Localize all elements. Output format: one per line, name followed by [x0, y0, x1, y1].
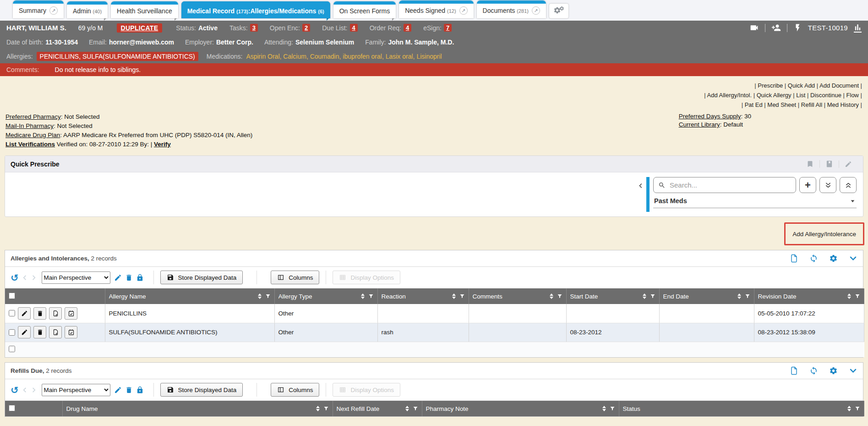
medication-link-calcium[interactable]: Calcium: [283, 53, 306, 60]
row-checkbox[interactable]: [9, 329, 15, 336]
sort-icon[interactable]: [258, 293, 262, 299]
sort-icon[interactable]: [550, 293, 553, 299]
reset-perspective-icon[interactable]: ↺: [11, 385, 19, 395]
edit-row-button[interactable]: [18, 326, 31, 338]
tab-admin[interactable]: Admin (40): [67, 1, 108, 18]
sort-icon[interactable]: [405, 406, 409, 411]
delete-perspective-trash-icon[interactable]: [125, 386, 133, 394]
count-badge[interactable]: 2: [302, 24, 310, 32]
bar-chart-icon[interactable]: [854, 23, 862, 33]
chevron-left-icon[interactable]: [22, 274, 28, 281]
link-quick-add[interactable]: Quick Add: [788, 82, 815, 89]
reset-perspective-icon[interactable]: ↺: [11, 273, 19, 282]
edit-perspective-pencil-icon[interactable]: [114, 386, 122, 394]
chevron-left-icon[interactable]: [22, 387, 28, 393]
link-refill-all[interactable]: Refill All: [801, 101, 822, 108]
add-allergy-intolerance-link[interactable]: Add Allergy/Intolerance: [792, 231, 856, 238]
count-badge[interactable]: 7: [444, 24, 452, 32]
schedule-button[interactable]: [65, 307, 77, 320]
chevron-down-icon[interactable]: [849, 366, 857, 375]
medication-link-aspirin-oral[interactable]: Aspirin Oral: [246, 53, 279, 60]
filter-funnel-icon[interactable]: [855, 293, 860, 299]
filter-funnel-icon[interactable]: [650, 293, 655, 299]
delete-perspective-trash-icon[interactable]: [125, 274, 133, 282]
filter-funnel-icon[interactable]: [413, 406, 418, 411]
link-list-verifications[interactable]: List Verifications: [5, 141, 55, 148]
edit-row-button[interactable]: [18, 307, 31, 320]
delete-row-button[interactable]: [33, 326, 46, 338]
tab-health-surveillance[interactable]: Health Surveillance: [111, 1, 178, 18]
link-preferred-days-supply[interactable]: Preferred Days Supply: [679, 113, 741, 120]
pencil-icon[interactable]: [839, 160, 857, 168]
medication-link-coumadin[interactable]: Coumadin: [310, 53, 339, 60]
lock-perspective-icon[interactable]: [136, 386, 144, 394]
past-meds-dropdown[interactable]: Past Meds: [653, 197, 857, 208]
chevron-right-icon[interactable]: [30, 387, 37, 393]
medication-link-lisinopril[interactable]: Lisinopril: [416, 53, 442, 60]
link-medicare-drug-plan[interactable]: Medicare Drug Plan: [5, 132, 60, 138]
book-icon[interactable]: [819, 160, 839, 168]
sort-icon[interactable]: [361, 293, 365, 299]
filter-funnel-icon[interactable]: [557, 293, 562, 299]
link-med-history[interactable]: Med History: [827, 101, 859, 108]
new-document-icon[interactable]: [790, 254, 798, 263]
tab-summary[interactable]: Summary↗: [13, 0, 64, 18]
external-link-icon[interactable]: ↗: [459, 6, 468, 15]
annotation-button[interactable]: [49, 326, 62, 338]
link-mail-in-pharmacy[interactable]: Mail-In Pharmacy: [5, 122, 54, 129]
columns-button[interactable]: Columns: [271, 271, 319, 284]
filter-funnel-icon[interactable]: [265, 293, 271, 299]
tab-needs-signed[interactable]: Needs Signed (12)↗: [399, 0, 473, 18]
delete-row-button[interactable]: [33, 307, 46, 320]
chevron-down-icon[interactable]: [849, 254, 857, 263]
collapse-left-icon[interactable]: [638, 183, 644, 189]
sort-icon[interactable]: [847, 406, 851, 411]
medication-link-lasix-oral[interactable]: Lasix oral: [386, 53, 413, 60]
tab-medical-record[interactable]: Medical Record (173):Allergies/Medicatio…: [181, 1, 330, 18]
link-prescribe[interactable]: Prescribe: [758, 82, 783, 89]
link-current-library[interactable]: Current Library: [679, 121, 720, 128]
sort-icon[interactable]: [847, 293, 851, 299]
link-quick-allergy[interactable]: Quick Allergy: [757, 92, 792, 99]
sort-icon[interactable]: [737, 293, 741, 299]
settings-gears-icon[interactable]: [549, 4, 568, 18]
sort-icon[interactable]: [602, 406, 606, 411]
columns-button[interactable]: Columns: [271, 383, 319, 397]
filter-funnel-icon[interactable]: [459, 293, 465, 299]
link-list[interactable]: List: [796, 92, 805, 99]
link-med-sheet[interactable]: Med Sheet: [767, 101, 796, 108]
add-medication-button[interactable]: +: [799, 177, 816, 193]
edit-perspective-pencil-icon[interactable]: [114, 274, 122, 282]
search-input[interactable]: [669, 181, 791, 189]
filter-funnel-icon[interactable]: [610, 406, 615, 411]
perspective-select[interactable]: Main Perspective: [42, 384, 110, 396]
external-link-icon[interactable]: ↗: [49, 6, 58, 15]
lightning-icon[interactable]: [793, 23, 802, 32]
select-all-checkbox[interactable]: [9, 405, 15, 411]
new-document-icon[interactable]: [790, 366, 798, 375]
video-camera-icon[interactable]: [749, 23, 759, 33]
refresh-icon[interactable]: [809, 254, 818, 263]
link-add-document[interactable]: Add Document: [819, 82, 859, 89]
store-displayed-data-button[interactable]: Store Displayed Data: [160, 383, 243, 397]
person-add-icon[interactable]: [771, 23, 781, 33]
chevron-right-icon[interactable]: [30, 274, 37, 281]
count-badge[interactable]: 4: [404, 24, 411, 32]
gear-icon[interactable]: [829, 366, 838, 375]
gear-icon[interactable]: [829, 254, 838, 263]
filter-funnel-icon[interactable]: [745, 293, 750, 299]
perspective-select[interactable]: Main Perspective: [42, 271, 110, 284]
refresh-icon[interactable]: [809, 366, 818, 375]
store-displayed-data-button[interactable]: Store Displayed Data: [160, 271, 243, 284]
filter-funnel-icon[interactable]: [368, 293, 374, 299]
count-badge[interactable]: 4: [350, 24, 358, 32]
annotation-button[interactable]: [49, 307, 62, 320]
allergy-alert[interactable]: PENICILLINS, SULFA(SULFONAMIDE ANTIBIOTI…: [37, 52, 198, 61]
bookmark-icon[interactable]: [801, 160, 819, 168]
select-all-checkbox[interactable]: [9, 293, 15, 299]
external-link-icon[interactable]: ↗: [532, 6, 540, 15]
link-pat-ed[interactable]: Pat Ed: [745, 101, 763, 108]
filter-funnel-icon[interactable]: [323, 406, 329, 411]
count-badge[interactable]: 3: [250, 24, 258, 32]
link-flow[interactable]: Flow: [846, 92, 859, 99]
